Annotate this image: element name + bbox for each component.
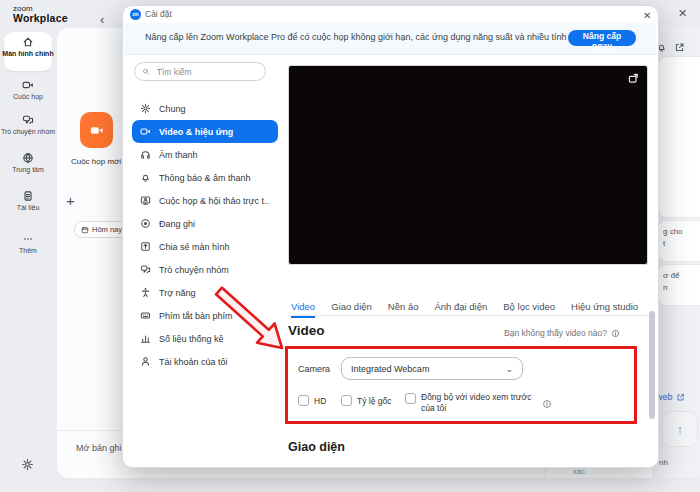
home-icon xyxy=(22,36,34,48)
send-button[interactable]: ↑ xyxy=(662,411,698,447)
stats-icon xyxy=(140,333,151,344)
team-chat-icon xyxy=(22,114,34,126)
add-button[interactable]: + xyxy=(66,192,75,209)
hd-checkbox[interactable] xyxy=(298,395,309,406)
chip-text: ơ để xyxy=(663,270,700,282)
help-link-label: Bạn không thấy video nào? xyxy=(504,328,607,338)
nav-item-label: Video & hiệu ứng xyxy=(159,127,233,137)
sidebar-item-label: Thêm xyxy=(0,247,56,256)
nav-item-label: Tài khoản của tôi xyxy=(159,357,228,367)
more-icon xyxy=(22,233,34,245)
nav-item-label: Đang ghi xyxy=(159,219,195,229)
video-camera-icon xyxy=(89,123,104,138)
search-input[interactable] xyxy=(155,66,258,78)
appearance-section-heading: Giao diện xyxy=(288,440,345,454)
nav-item-team-chat[interactable]: Trò chuyện nhóm xyxy=(132,258,278,281)
nav-item-statistics[interactable]: Số liệu thống kê xyxy=(132,327,278,350)
tabs-divider xyxy=(288,315,649,316)
search-icon xyxy=(142,67,150,76)
settings-dialog: zm Cài đặt ✕ Nâng cấp lên Zoom Workplace… xyxy=(122,5,659,468)
today-chip[interactable]: Hôm nay xyxy=(74,221,129,238)
dialog-title: Cài đặt xyxy=(145,9,172,19)
app-window: zoom Workplace ‹ Màn hình chính Cuộc họp… xyxy=(0,0,700,492)
mirror-video-label: Đồng bộ với video xem trước của tôi xyxy=(421,392,541,414)
external-link-icon xyxy=(676,393,685,402)
gear-icon xyxy=(140,103,151,114)
today-chip-label: Hôm nay xyxy=(92,225,122,234)
nav-item-notifications[interactable]: Thông báo & âm thanh xyxy=(132,166,278,189)
chip-text: g cho xyxy=(663,226,700,238)
video-preview xyxy=(288,65,648,265)
nav-item-keyboard-shortcuts[interactable]: Phím tắt bàn phím xyxy=(132,304,278,327)
up-arrow-icon: ↑ xyxy=(677,422,684,437)
web-link[interactable]: web xyxy=(656,392,685,402)
screen-share-icon xyxy=(140,241,151,252)
chat-icon xyxy=(140,264,151,275)
settings-gear-icon[interactable] xyxy=(21,458,34,471)
info-icon[interactable] xyxy=(542,399,552,409)
suggestion-chip[interactable]: ơ để n xyxy=(657,264,700,306)
nav-item-label: Cuộc họp & hội thảo trực t... xyxy=(159,196,270,206)
settings-search[interactable] xyxy=(134,62,266,81)
hd-checkbox-label: HD xyxy=(314,396,326,407)
nav-item-general[interactable]: Chung xyxy=(132,97,278,120)
card-divider xyxy=(57,430,122,431)
nav-item-meetings-webinars[interactable]: Cuộc họp & hội thảo trực t... xyxy=(132,189,278,212)
sidebar-item-home[interactable]: Màn hình chính xyxy=(0,36,56,59)
sidebar-item-label: Trung tâm xyxy=(0,166,56,175)
nav-item-label: Trợ năng xyxy=(159,288,196,298)
nav-item-label: Số liệu thống kê xyxy=(159,334,224,344)
dialog-scrollbar[interactable] xyxy=(649,311,655,419)
calendar-icon xyxy=(81,226,89,234)
original-ratio-checkbox[interactable] xyxy=(341,395,352,406)
chip-text: t xyxy=(663,238,700,250)
nav-item-label: Âm thanh xyxy=(159,150,198,160)
no-video-help-link[interactable]: Bạn không thấy video nào? xyxy=(504,328,620,338)
companion-card xyxy=(658,56,700,218)
card-divider xyxy=(57,478,696,479)
sidebar-item-label: Cuộc họp xyxy=(0,93,56,102)
new-meeting-button[interactable] xyxy=(80,112,113,148)
collapse-sidebar-icon[interactable]: ‹ xyxy=(100,12,104,27)
sidebar-item-more[interactable]: Thêm xyxy=(0,233,56,256)
nav-item-label: Trò chuyện nhóm xyxy=(159,265,229,275)
sidebar-item-team-chat[interactable]: Trò chuyện nhóm xyxy=(0,114,56,137)
rotate-video-icon[interactable] xyxy=(627,72,640,85)
sidebar-item-label: Trò chuyện nhóm xyxy=(0,128,56,137)
accessibility-icon xyxy=(140,287,151,298)
chevron-down-icon: ⌄ xyxy=(505,364,513,374)
sidebar-item-label: Tài liệu xyxy=(0,204,56,213)
nav-item-accessibility[interactable]: Trợ năng xyxy=(132,281,278,304)
upgrade-now-button[interactable]: Nâng cấp ngay xyxy=(568,30,636,46)
nav-item-audio[interactable]: Âm thanh xyxy=(132,143,278,166)
nav-item-label: Chung xyxy=(159,104,186,114)
nav-item-my-account[interactable]: Tài khoản của tôi xyxy=(132,350,278,373)
panel-close-icon[interactable]: ✕ xyxy=(678,7,687,20)
settings-nav: Chung Video & hiệu ứng Âm thanh Thông bá… xyxy=(132,97,278,373)
mirror-video-checkbox[interactable] xyxy=(405,393,416,404)
meeting-icon xyxy=(22,79,34,91)
sidebar-item-meetings[interactable]: Cuộc họp xyxy=(0,79,56,102)
open-recordings-link[interactable]: Mở bản ghi xyxy=(76,443,121,453)
zoom-app-icon: zm xyxy=(130,9,141,20)
sidebar-item-docs[interactable]: Tài liệu xyxy=(0,190,56,213)
chip-text: n xyxy=(663,282,700,294)
video-icon xyxy=(140,126,151,137)
background-text-fragment: nh xyxy=(659,457,668,469)
webinar-icon xyxy=(140,195,151,206)
camera-label: Camera xyxy=(298,364,330,374)
record-icon xyxy=(140,218,151,229)
suggestion-chip[interactable]: g cho t xyxy=(657,220,700,262)
nav-item-label: Thông báo & âm thanh xyxy=(159,173,251,183)
workplace-logo: Workplace xyxy=(13,12,68,24)
nav-item-recording[interactable]: Đang ghi xyxy=(132,212,278,235)
sidebar-item-hub[interactable]: Trung tâm xyxy=(0,152,56,175)
nav-item-screen-share[interactable]: Chia sẻ màn hình xyxy=(132,235,278,258)
sidebar-item-label: Màn hình chính xyxy=(0,50,56,59)
video-section-heading: Video xyxy=(288,323,325,338)
camera-select[interactable]: Integrated Webcam ⌄ xyxy=(341,357,523,380)
open-external-icon[interactable] xyxy=(674,42,685,53)
dialog-close-icon[interactable]: ✕ xyxy=(641,8,653,23)
nav-item-video-effects[interactable]: Video & hiệu ứng xyxy=(132,120,278,143)
hub-icon xyxy=(22,152,34,164)
